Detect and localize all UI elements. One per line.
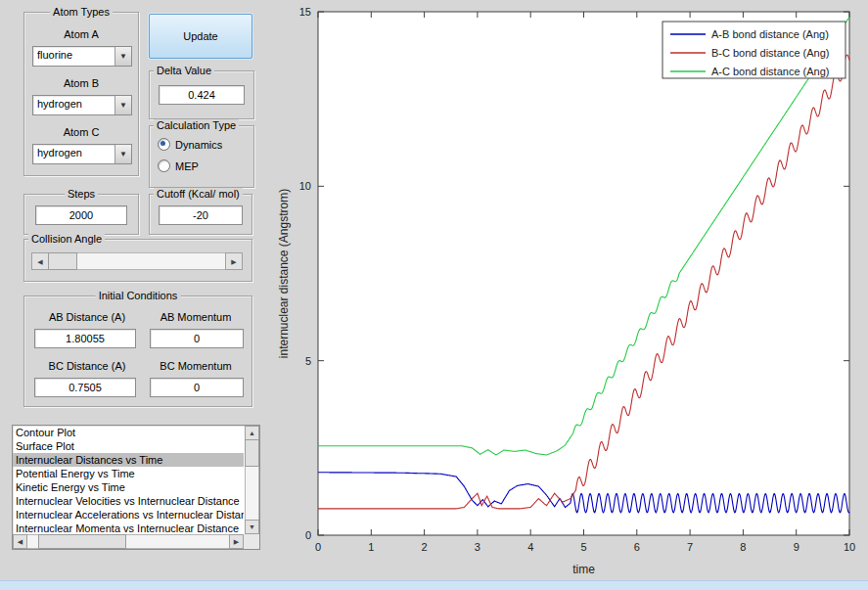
app-window: { "window": { "bg_color": "#d6d6d6", "bo… — [0, 0, 868, 590]
x-tick-label: 4 — [527, 541, 533, 553]
x-tick-label: 1 — [368, 541, 374, 553]
legend-entry-label: B-C bond distance (Ang) — [711, 47, 829, 59]
plot-canvas: 012345678910051015timeinternuclear dista… — [0, 0, 868, 590]
x-tick-label: 7 — [687, 541, 693, 553]
x-tick-label: 6 — [634, 541, 640, 553]
x-tick-label: 8 — [740, 541, 746, 553]
y-tick-label: 0 — [305, 529, 311, 541]
window-bottom-strip — [0, 580, 868, 590]
x-tick-label: 0 — [315, 541, 321, 553]
x-tick-label: 10 — [844, 541, 855, 553]
x-tick-label: 9 — [794, 541, 799, 553]
x-tick-label: 2 — [422, 541, 428, 553]
x-tick-label: 5 — [580, 541, 586, 553]
legend-entry-label: A-C bond distance (Ang) — [711, 66, 829, 77]
legend-entry-label: A-B bond distance (Ang) — [711, 28, 829, 40]
x-tick-label: 3 — [475, 541, 480, 553]
x-axis-label: time — [572, 563, 595, 576]
y-tick-label: 10 — [299, 180, 311, 192]
y-axis-label: internuclear distance (Angstrom) — [277, 189, 291, 358]
y-tick-label: 15 — [299, 6, 311, 18]
plot-background — [318, 12, 849, 535]
y-tick-label: 5 — [305, 355, 311, 367]
